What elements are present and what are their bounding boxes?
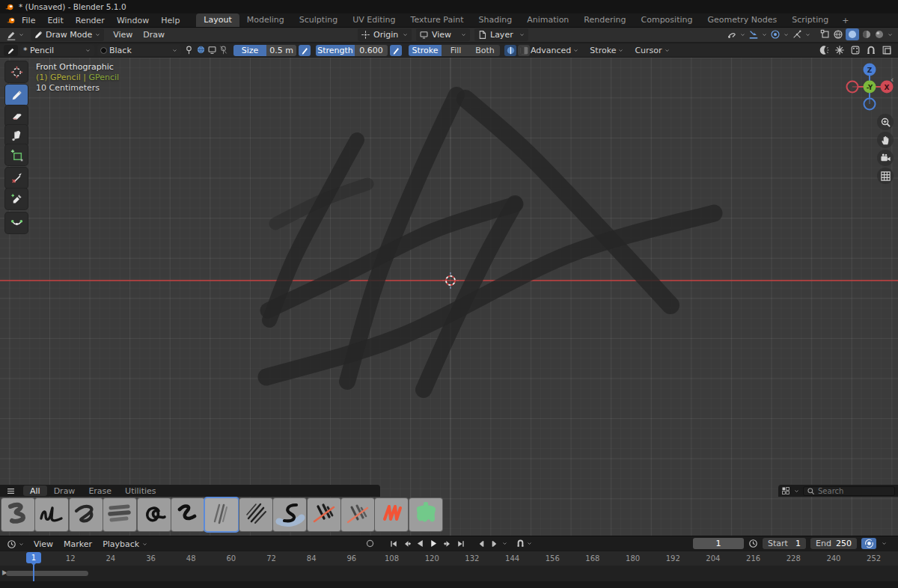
strength-pressure-icon[interactable] — [390, 45, 402, 56]
material-select[interactable]: Black — [97, 45, 181, 56]
keyframe-next-icon[interactable] — [441, 538, 453, 549]
segment-both[interactable]: Both — [470, 45, 500, 56]
size-value[interactable]: 0.5 m — [266, 45, 296, 56]
workspace-tab-texture-paint[interactable]: Texture Paint — [403, 13, 471, 27]
menu-edit[interactable]: Edit — [41, 14, 69, 27]
pivot-icon[interactable] — [792, 29, 802, 40]
bounds-icon[interactable] — [882, 45, 892, 55]
workspace-tab-rendering[interactable]: Rendering — [576, 13, 633, 27]
brush-pencil[interactable] — [239, 498, 272, 531]
workspace-tab-geometry-nodes[interactable]: Geometry Nodes — [700, 13, 784, 27]
interpolate-tool[interactable] — [5, 212, 28, 233]
add-workspace-button[interactable]: + — [836, 14, 855, 27]
menu-file[interactable]: File — [16, 14, 41, 27]
play-reverse-icon[interactable] — [414, 538, 427, 549]
strength-slider[interactable]: Strength — [316, 45, 355, 56]
gizmo-neg-x[interactable] — [847, 82, 858, 93]
workspace-tab-compositing[interactable]: Compositing — [634, 13, 700, 27]
erase-tool[interactable] — [5, 105, 28, 126]
origin-dropdown[interactable]: Origin — [358, 28, 412, 41]
screen-icon[interactable] — [207, 45, 217, 55]
menu-help[interactable]: Help — [155, 14, 186, 27]
keyframe-prev-icon[interactable] — [400, 538, 413, 549]
world-sphere-icon[interactable] — [196, 45, 206, 55]
brush-blend[interactable] — [273, 498, 306, 531]
guide-icon[interactable] — [727, 29, 737, 40]
brush-eraser-soft[interactable] — [341, 498, 374, 531]
layer-dropdown[interactable]: Layer — [474, 28, 528, 41]
falloff-icon[interactable] — [819, 45, 829, 55]
effects-icon[interactable] — [834, 45, 845, 55]
size-pressure-icon[interactable] — [299, 45, 311, 56]
shading-material-icon[interactable] — [861, 29, 872, 40]
start-frame-field[interactable]: Start1 — [763, 538, 806, 549]
brush-eraser-stroke[interactable] — [308, 498, 340, 531]
play-icon[interactable] — [427, 538, 440, 549]
grid-icon[interactable] — [877, 168, 894, 184]
trim-tool[interactable] — [5, 168, 28, 189]
brush-preview-icon[interactable] — [4, 45, 18, 56]
brush-ink-pen-rough[interactable] — [70, 498, 103, 531]
playhead[interactable]: 1 — [26, 552, 41, 563]
unpin-icon[interactable] — [219, 45, 228, 55]
segment-fill[interactable]: Fill — [442, 45, 470, 56]
workspace-tab-layout[interactable]: Layout — [196, 13, 239, 27]
search-field[interactable] — [803, 486, 895, 496]
fill-tool[interactable] — [5, 125, 28, 146]
jump-end-icon[interactable] — [454, 538, 467, 549]
overlays-icon[interactable] — [833, 29, 843, 40]
shelf-tab-all[interactable]: All — [23, 486, 47, 496]
gizmo-x-label[interactable]: X — [885, 84, 890, 91]
proportional-icon[interactable] — [770, 29, 781, 40]
brush-airbrush[interactable] — [1, 498, 34, 531]
cursor-tool[interactable] — [5, 61, 28, 82]
workspace-tab-shading[interactable]: Shading — [471, 13, 520, 27]
panel-stroke[interactable]: Stroke — [587, 45, 626, 56]
timeline-editor-button[interactable] — [4, 539, 27, 550]
gizmo-box-icon[interactable] — [820, 29, 831, 40]
frame-next-icon[interactable] — [488, 538, 501, 549]
workspace-tab-modeling[interactable]: Modeling — [239, 13, 292, 27]
snap-icon[interactable] — [748, 29, 759, 40]
end-frame-field[interactable]: End250 — [810, 538, 857, 549]
stabilizer-icon[interactable] — [866, 45, 876, 55]
draw-plane-icon[interactable] — [504, 45, 516, 56]
panel-advanced[interactable]: Advanced — [528, 45, 581, 56]
brush-marker-chisel[interactable] — [103, 498, 136, 531]
timeline-ruler[interactable]: 1224364860728496108120132144156168180192… — [0, 551, 898, 566]
brush-fill-area[interactable] — [409, 498, 442, 531]
shading-rendered-icon[interactable] — [874, 29, 885, 40]
current-frame-field[interactable]: 1 — [693, 538, 744, 549]
random-icon[interactable] — [850, 45, 861, 55]
brush-monoline[interactable] — [171, 498, 204, 531]
hand-icon[interactable] — [877, 132, 894, 148]
strength-value[interactable]: 0.600 — [355, 45, 388, 56]
brush-tint[interactable] — [375, 498, 408, 531]
hamburger-icon[interactable] — [6, 486, 16, 496]
grid-view-icon[interactable] — [781, 486, 790, 495]
timeline-menu-view[interactable]: View — [28, 538, 58, 551]
viewport-3d[interactable]: Front Orthographic (1) GPencil | GPencil… — [0, 58, 898, 536]
workspace-tab-sculpting[interactable]: Sculpting — [292, 13, 345, 27]
record-icon[interactable] — [365, 539, 375, 548]
size-slider[interactable]: Size — [233, 45, 266, 56]
brush-select[interactable]: * Pencil — [20, 45, 94, 56]
shelf-tab-erase[interactable]: Erase — [82, 486, 118, 496]
blender-menu-icon[interactable] — [6, 16, 16, 25]
mode-select[interactable]: Draw Mode — [31, 28, 104, 41]
shading-solid-icon[interactable] — [846, 28, 859, 40]
search-input[interactable] — [818, 487, 878, 495]
eyedropper-tool[interactable] — [5, 189, 28, 209]
gizmo-neg-z[interactable] — [864, 99, 876, 110]
playhead-line[interactable] — [33, 563, 34, 581]
brush-ink-pen[interactable] — [35, 498, 68, 531]
draw-tool[interactable] — [5, 85, 28, 105]
shelf-tab-draw[interactable]: Draw — [47, 486, 82, 496]
chevron-left-icon[interactable]: ‹ — [891, 75, 894, 85]
frame-prev-icon[interactable] — [474, 538, 487, 549]
brush-marker-bold[interactable] — [138, 498, 171, 531]
zoom-icon[interactable] — [877, 114, 894, 130]
segment-stroke[interactable]: Stroke — [409, 45, 442, 56]
workspace-tab-animation[interactable]: Animation — [519, 13, 576, 27]
timeline-menu-marker[interactable]: Marker — [58, 538, 97, 551]
